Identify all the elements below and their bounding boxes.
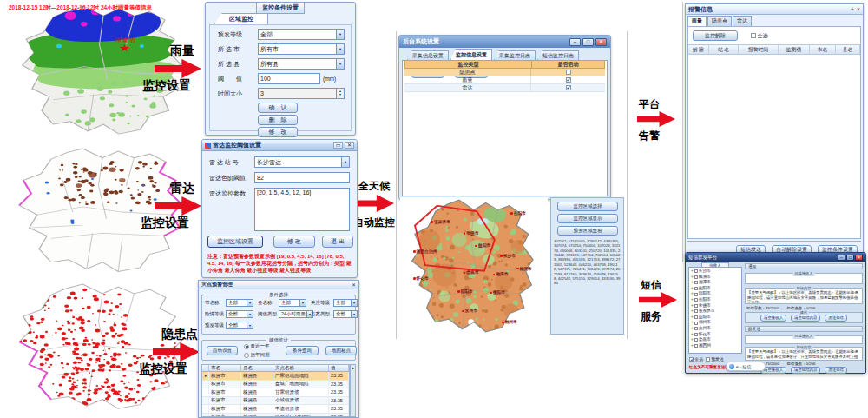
selected-recipients-box[interactable]: 已选接收人 (745, 273, 863, 284)
radio-icon[interactable] (244, 344, 249, 349)
select-all-checkbox[interactable]: 全选 (689, 356, 703, 362)
region-select-button[interactable]: 监控区域选择 (557, 202, 618, 211)
chevron-down-icon[interactable]: ▼ (336, 44, 344, 54)
checkbox-icon[interactable] (694, 298, 698, 302)
stepper-arrows-icon[interactable]: ▲▼ (336, 89, 344, 98)
enable-checkbox[interactable] (566, 70, 571, 75)
warn-level-select[interactable]: 全部▼ (258, 29, 345, 40)
table-row[interactable]: 株洲市 株洲县 两至村口1号塌陷 23.35 (202, 414, 349, 418)
chevron-down-icon[interactable]: ▼ (336, 59, 344, 69)
tab-sms-log[interactable]: 短信监控日志 (537, 50, 579, 60)
clear-content-button[interactable]: 清空短信内容 (791, 367, 820, 374)
threshold-input[interactable]: 100 (258, 73, 320, 84)
checkbox-icon[interactable] (694, 275, 698, 279)
minimize-icon[interactable]: ▭ (333, 142, 343, 149)
expand-icon[interactable]: + (691, 320, 694, 326)
chevron-down-icon[interactable]: ▼ (247, 311, 253, 317)
expand-icon[interactable]: + (691, 280, 694, 286)
color-threshold-input[interactable]: 82 (254, 172, 350, 183)
maximize-icon[interactable]: □ (582, 38, 594, 46)
checkbox-icon[interactable] (694, 269, 698, 273)
threshold-type-select[interactable]: 24小时雨量▼ (279, 310, 313, 318)
warning-region-view-button[interactable]: 预警区域查看 (557, 226, 618, 236)
pin-icon[interactable]: + (851, 6, 854, 12)
expand-icon[interactable]: + (691, 337, 694, 343)
expand-icon[interactable]: + (691, 275, 694, 281)
send-sms-button[interactable]: 发送短信 (825, 315, 847, 322)
checkbox-icon[interactable] (694, 338, 698, 342)
close-icon[interactable]: ✕ (352, 282, 356, 288)
checkbox-icon[interactable] (694, 344, 698, 348)
minimize-icon[interactable]: – (838, 255, 845, 261)
chevron-down-icon[interactable]: ▼ (247, 300, 253, 306)
tree-item[interactable]: +长沙市 (691, 269, 741, 275)
map-mark-button[interactable]: 地图标点 (326, 346, 357, 355)
modify-button[interactable]: 修 改 (273, 236, 315, 248)
clear-recipients-button[interactable]: 清空接收人 (760, 315, 786, 322)
table-row[interactable]: 株洲市 株洲县 中塘组滑坡 23.35 (202, 405, 349, 414)
checkbox-icon[interactable] (694, 281, 698, 284)
plan-type-select[interactable]: 全部▼ (333, 310, 358, 318)
radio-recent-year[interactable]: 最近一年 (244, 343, 270, 349)
focus-level-select[interactable]: 全部▼ (333, 299, 358, 307)
select-all-checkbox[interactable]: 全选 (751, 32, 768, 40)
checkbox-icon[interactable] (694, 327, 698, 330)
tab-collect-settings[interactable]: 采集信息设置 (407, 50, 449, 60)
checkbox-icon[interactable] (706, 357, 710, 362)
table-row-radar[interactable]: 雷达 (404, 84, 605, 92)
tree-item[interactable]: +郴州市 (691, 320, 741, 326)
close-icon[interactable]: ✕ (345, 142, 354, 149)
tree-item[interactable]: +张家界市 (691, 309, 741, 315)
expand-icon[interactable]: + (691, 315, 694, 321)
tab-monitor-settings[interactable]: 监控信息设置 (450, 49, 492, 60)
tree-item[interactable]: +永州市 (691, 326, 741, 332)
tree-item[interactable]: +邵阳市 (691, 291, 741, 297)
checkbox-icon[interactable] (694, 287, 698, 290)
sms-content-box[interactable]: 短信内容【重要天气提醒】：以上地区的市、县级负责同志：近期将出现强降雨过程，请注… (745, 288, 863, 304)
table-row[interactable]: 株洲市 株洲县 盘城广地面塌陷 23.35 (202, 381, 349, 389)
checkbox-icon[interactable] (694, 315, 698, 319)
region-show-button[interactable]: 监控区域显示 (557, 214, 618, 223)
city-name-select[interactable]: 全部▼ (226, 299, 253, 307)
selected-recipients-box[interactable]: 已选接收人 (745, 335, 863, 344)
checkbox-icon[interactable] (689, 357, 694, 362)
checkbox-icon[interactable] (694, 309, 698, 313)
tab-collect-log[interactable]: 采集监控日志 (494, 50, 536, 60)
risk-level-select[interactable]: 全部▼ (226, 310, 253, 318)
table-row[interactable]: 株洲市 株洲县 严家组地面塌陷 23.35 (202, 372, 349, 381)
city-select[interactable]: 所有市▼ (258, 43, 345, 55)
tree-item[interactable]: +湘西州 (691, 343, 741, 349)
chevron-down-icon[interactable]: ▼ (341, 157, 349, 167)
tab-hidden-point[interactable]: 隐患点 (707, 16, 732, 26)
query-button[interactable]: 条件查询 (286, 346, 319, 355)
tab-radar[interactable]: 雷达 (733, 16, 752, 26)
checkbox-icon[interactable] (751, 33, 756, 38)
table-row[interactable]: 株洲市 株洲县 甘家组滑坡 23.35 (202, 388, 349, 397)
clear-content-button[interactable]: 清空短信内容 (791, 315, 820, 322)
checkbox-icon[interactable] (694, 322, 698, 325)
tab-region-monitor[interactable]: 区域监控 (214, 13, 268, 24)
exit-button[interactable]: 退 出 (322, 236, 353, 248)
scrollbar[interactable]: ▲ (350, 364, 356, 417)
sms-content-box[interactable]: 短信内容【重要天气提醒】：以上地区的市、县级负责同志：近期将出现强降雨过程，请各… (745, 347, 863, 361)
close-icon[interactable]: × (855, 255, 863, 261)
close-icon[interactable]: × (857, 6, 860, 12)
minimize-icon[interactable]: – (569, 38, 581, 46)
expand-icon[interactable]: + (691, 343, 694, 349)
chevron-down-icon[interactable]: ▼ (336, 30, 344, 39)
preview-send-checkbox[interactable]: 预发送 (706, 356, 724, 362)
expand-icon[interactable]: + (691, 286, 694, 292)
close-icon[interactable]: ✕ (595, 38, 607, 46)
maximize-icon[interactable]: □ (846, 255, 854, 261)
modify-button[interactable]: 修 改 (258, 127, 298, 137)
radio-icon[interactable] (244, 353, 249, 358)
tray-pill[interactable]: e - 短信 (726, 362, 766, 371)
chevron-down-icon[interactable]: ▼ (247, 322, 253, 328)
tab-rain[interactable]: 雨量 (687, 16, 707, 26)
enable-checkbox[interactable] (566, 85, 571, 90)
time-size-stepper[interactable]: 3 ▲▼ (258, 88, 345, 99)
monitor-area-button[interactable]: 监控区域设置 (207, 236, 263, 248)
expand-icon[interactable]: + (691, 326, 694, 332)
send-sms-button[interactable]: 发送短信 (825, 367, 847, 374)
expand-icon[interactable]: + (691, 291, 694, 297)
